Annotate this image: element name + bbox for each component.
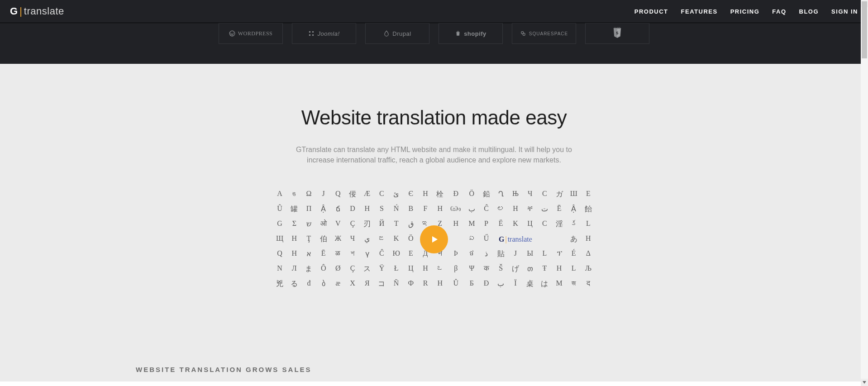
html5-icon: HTML5 [612, 27, 622, 40]
glyph: đ [305, 279, 313, 289]
glyph: Щ [276, 234, 284, 244]
glyph: T [392, 219, 401, 229]
nav-faq[interactable]: FAQ [772, 8, 786, 15]
tile-label: Drupal [392, 30, 411, 37]
nav-pricing[interactable]: PRICING [730, 8, 760, 15]
glyph: ש [305, 219, 313, 229]
glyph: H [555, 264, 563, 274]
glyph: Ц [526, 219, 534, 229]
glyph: Ĉ [377, 249, 386, 259]
brand-logo[interactable]: G | translate [10, 5, 64, 17]
glyph: 桌 [526, 279, 534, 289]
main-nav: PRODUCT FEATURES PRICING FAQ BLOG SIGN I… [634, 8, 858, 15]
tile-wordpress[interactable]: WORDPRESS [219, 23, 283, 44]
glyph: 飴 [584, 205, 592, 214]
nav-features[interactable]: FEATURES [681, 8, 718, 15]
glyph: ガ [555, 190, 563, 199]
glyph: X [348, 279, 357, 289]
tile-drupal[interactable]: Drupal [365, 23, 429, 44]
svg-text:HTML: HTML [614, 27, 621, 28]
hero-title: Website translation made easy [0, 106, 868, 129]
nav-signin[interactable]: SIGN IN [831, 8, 858, 15]
glyph: Ш [570, 190, 578, 199]
glyph: Њ [511, 190, 520, 199]
glyph: Л [290, 264, 298, 274]
tile-label: SQUARESPACE [529, 31, 568, 36]
glyph: Ô [320, 264, 328, 274]
glyph: ថ [467, 249, 476, 259]
glyph: Ω [305, 190, 313, 199]
svg-point-3 [309, 34, 311, 36]
glyph: Ï [511, 279, 520, 289]
glyph: β [450, 264, 461, 274]
glyph: 罐 [290, 205, 298, 214]
glyph: Ц [407, 264, 415, 274]
glyph: Є [407, 190, 415, 199]
tile-html5[interactable]: HTML5 [585, 23, 649, 44]
glyph: क [482, 264, 490, 274]
glyph: æ [334, 279, 342, 289]
glyph: K [511, 219, 520, 229]
glyph: א [305, 249, 313, 259]
wordpress-icon [229, 30, 235, 37]
scrollbar[interactable] [861, 0, 868, 386]
brand-text: translate [24, 5, 64, 17]
nav-product[interactable]: PRODUCT [634, 8, 668, 15]
glyph: ల [497, 205, 505, 214]
glyph: Û [450, 279, 461, 289]
svg-point-4 [312, 34, 314, 36]
play-button[interactable] [420, 225, 448, 253]
glyph: Û [276, 205, 284, 214]
glyph: Љ [584, 264, 592, 274]
svg-rect-6 [523, 33, 525, 35]
mini-brand-g: G [499, 235, 504, 243]
glyph: H [421, 190, 429, 199]
glyph: K [392, 234, 401, 244]
glyph: ბ [320, 279, 328, 289]
glyph: ፕ [555, 249, 563, 259]
glyph: Ö [467, 190, 476, 199]
glyph-grid: AঙΩJQ佞ÆCئЄH栓ÐÖ鉛ՂЊЧCガШEÛ罐ΠẬճDHSŃBFHඐبĈలHቸ… [276, 190, 592, 289]
glyph: Ÿ [377, 264, 386, 274]
glyph: C [540, 219, 548, 229]
glyph: J [320, 190, 328, 199]
glyph: H [584, 234, 592, 244]
glyph: Ø [334, 264, 342, 274]
tile-squarespace[interactable]: SQUARESPACE [512, 23, 576, 44]
scroll-down-icon[interactable] [861, 379, 868, 386]
glyph: 佞 [348, 190, 357, 199]
glyph: A [276, 190, 284, 199]
glyph: ب [497, 279, 505, 289]
glyph: M [555, 279, 563, 289]
tile-label: Joomla! [317, 30, 339, 37]
platform-tiles: WORDPRESS Joomla! Drupal shopify SQUARES… [0, 23, 868, 64]
glyph: H [450, 219, 461, 229]
glyph: ळ [334, 249, 342, 259]
glyph: 伯 [320, 234, 328, 244]
glyph: ذ [482, 249, 490, 259]
glyph: L [584, 219, 592, 229]
tile-label: WORDPRESS [238, 30, 273, 37]
mini-brand-text: translate [508, 235, 532, 243]
glyph: L [570, 264, 578, 274]
glyph: 淫 [555, 219, 563, 229]
glyph: ቸ [526, 205, 534, 214]
glyph: ب [467, 205, 476, 214]
glyph: ඐ [450, 205, 461, 214]
glyph: ओ [320, 219, 328, 229]
glyph: G [276, 219, 284, 229]
scrollbar-thumb[interactable] [862, 1, 867, 58]
tile-shopify[interactable]: shopify [439, 23, 503, 44]
nav-blog[interactable]: BLOG [799, 8, 819, 15]
glyph: Ч [348, 234, 357, 244]
glyph: Đ [482, 279, 490, 289]
glyph: Ŧ [540, 264, 548, 274]
tile-joomla[interactable]: Joomla! [292, 23, 356, 44]
glyph: C [540, 190, 548, 199]
squarespace-icon [520, 30, 526, 37]
hero-section: Website translation made easy GTranslate… [0, 64, 868, 381]
glyph: ئ [392, 190, 401, 199]
glyph: Ë [497, 219, 505, 229]
glyph: S [377, 205, 386, 214]
play-icon [429, 234, 439, 245]
